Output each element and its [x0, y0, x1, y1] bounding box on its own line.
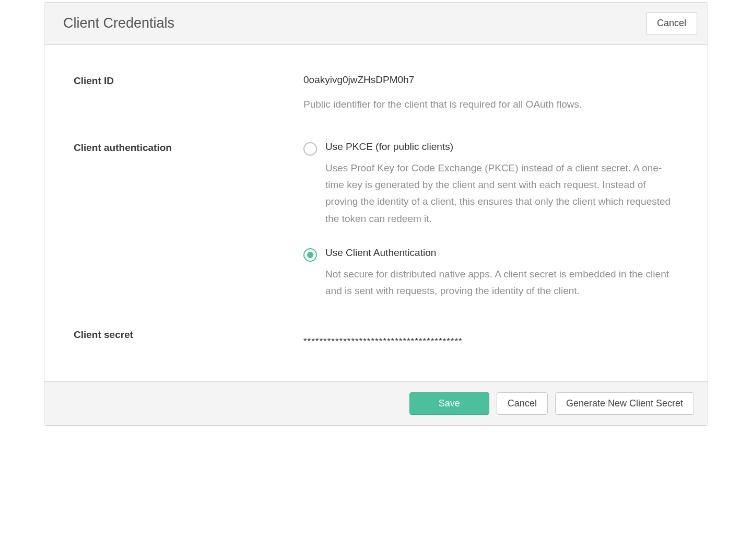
client-secret-row: Client secret **************************… [74, 328, 678, 347]
header-cancel-button[interactable]: Cancel [646, 12, 697, 35]
radio-icon[interactable] [303, 142, 317, 156]
client-secret-label: Client secret [74, 328, 303, 341]
client-id-value-group: 0oakyivg0jwZHsDPM0h7 Public identifier f… [303, 74, 678, 113]
client-auth-options: Use PKCE (for public clients) Uses Proof… [303, 141, 678, 300]
radio-icon[interactable] [303, 248, 317, 262]
client-secret-value-group: **************************************** [303, 328, 678, 347]
client-auth-label: Client authentication [74, 141, 303, 154]
radio-label-pkce[interactable]: Use PKCE (for public clients) [325, 141, 678, 153]
client-id-value: 0oakyivg0jwZHsDPM0h7 [303, 74, 678, 86]
client-id-label: Client ID [74, 74, 303, 87]
panel-header: Client Credentials Cancel [44, 3, 708, 45]
client-auth-row: Client authentication Use PKCE (for publ… [74, 141, 678, 300]
generate-secret-button[interactable]: Generate New Client Secret [555, 392, 694, 415]
radio-label-client-auth[interactable]: Use Client Authentication [325, 247, 678, 259]
client-credentials-panel: Client Credentials Cancel Client ID 0oak… [44, 2, 708, 426]
client-id-row: Client ID 0oakyivg0jwZHsDPM0h7 Public id… [74, 74, 678, 113]
radio-option-pkce[interactable]: Use PKCE (for public clients) Uses Proof… [303, 141, 678, 227]
radio-desc-client-auth: Not secure for distributed native apps. … [325, 266, 678, 300]
footer-cancel-button[interactable]: Cancel [497, 392, 548, 415]
radio-desc-pkce: Uses Proof Key for Code Exchange (PKCE) … [325, 160, 678, 227]
client-id-help: Public identifier for the client that is… [303, 96, 678, 113]
panel-footer: Save Cancel Generate New Client Secret [44, 381, 708, 426]
radio-option-client-auth[interactable]: Use Client Authentication Not secure for… [303, 247, 678, 300]
panel-title: Client Credentials [63, 15, 174, 31]
save-button[interactable]: Save [409, 392, 489, 415]
panel-body: Client ID 0oakyivg0jwZHsDPM0h7 Public id… [44, 45, 708, 381]
client-secret-masked: **************************************** [303, 328, 678, 347]
